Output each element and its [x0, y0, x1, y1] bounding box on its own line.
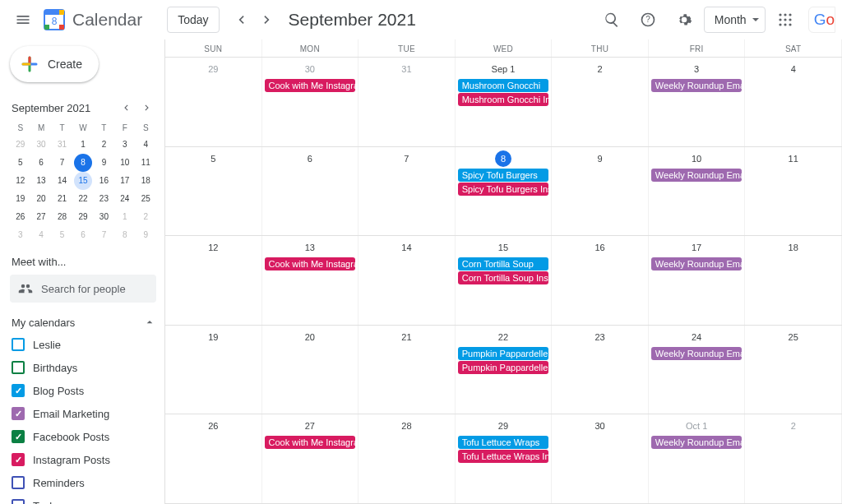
mini-day-cell[interactable]: 18	[136, 172, 155, 190]
mini-day-cell[interactable]: 31	[53, 136, 72, 154]
day-cell[interactable]: 21	[359, 326, 456, 414]
mini-day-cell[interactable]: 1	[116, 208, 134, 226]
mini-day-cell[interactable]: 24	[116, 190, 134, 208]
mini-day-cell[interactable]: 22	[74, 190, 92, 208]
calendar-checkbox[interactable]	[12, 361, 25, 374]
day-cell[interactable]: 7	[359, 147, 456, 236]
day-cell[interactable]: 25	[745, 326, 842, 414]
mini-day-cell[interactable]: 4	[136, 136, 155, 154]
calendar-toggle[interactable]: Tasks	[10, 495, 156, 504]
mini-day-cell[interactable]: 30	[32, 136, 50, 154]
day-cell[interactable]: 3Weekly Roundup Email	[649, 58, 746, 146]
day-cell[interactable]: 2	[745, 414, 842, 503]
mini-day-cell[interactable]: 9	[95, 154, 113, 172]
calendar-event[interactable]: Cook with Me Instagram	[265, 257, 356, 270]
mini-day-cell[interactable]: 7	[95, 226, 113, 244]
calendar-event[interactable]: Corn Tortilla Soup	[458, 257, 549, 270]
mini-day-cell[interactable]: 19	[12, 190, 30, 208]
day-cell[interactable]: 29Tofu Lettuce WrapsTofu Lettuce Wraps I…	[456, 414, 553, 503]
day-cell[interactable]: 30	[552, 414, 649, 503]
mini-day-cell[interactable]: 6	[74, 226, 92, 244]
mini-day-cell[interactable]: 25	[136, 190, 155, 208]
calendar-checkbox[interactable]	[12, 476, 25, 489]
day-cell[interactable]: 27Cook with Me Instagram	[262, 414, 359, 503]
mini-day-cell[interactable]: 30	[95, 208, 113, 226]
calendar-toggle[interactable]: Reminders	[10, 472, 156, 493]
mini-day-cell[interactable]: 11	[136, 154, 155, 172]
calendar-toggle[interactable]: Instagram Posts	[10, 449, 156, 470]
settings-button[interactable]	[668, 3, 701, 36]
calendar-event[interactable]: Spicy Tofu Burgers	[458, 169, 549, 182]
calendar-event[interactable]: Weekly Roundup Email	[651, 436, 743, 449]
day-cell[interactable]: 19	[165, 326, 262, 414]
day-cell[interactable]: 30Cook with Me Instagram	[262, 58, 359, 146]
day-cell[interactable]: 26	[165, 414, 262, 503]
search-people-input[interactable]: Search for people	[10, 275, 156, 303]
day-cell[interactable]: 31	[359, 58, 456, 146]
mini-day-cell[interactable]: 10	[116, 154, 134, 172]
calendar-toggle[interactable]: Blog Posts	[10, 380, 156, 401]
day-cell[interactable]: 11	[745, 147, 842, 236]
apps-launcher-button[interactable]	[769, 3, 802, 36]
day-cell[interactable]: 8Spicy Tofu BurgersSpicy Tofu Burgers In…	[456, 147, 553, 236]
day-cell[interactable]: 18	[745, 236, 842, 325]
mini-day-cell[interactable]: 15	[74, 172, 92, 190]
mini-day-cell[interactable]: 2	[136, 208, 155, 226]
mini-day-cell[interactable]: 12	[12, 172, 30, 190]
day-cell[interactable]: 5	[165, 147, 262, 236]
day-cell[interactable]: 23	[552, 326, 649, 414]
view-selector[interactable]: Month	[704, 7, 766, 33]
support-button[interactable]: ?	[632, 3, 664, 36]
day-cell[interactable]: 13Cook with Me Instagram	[262, 236, 359, 325]
day-cell[interactable]: 14	[359, 236, 456, 325]
mini-day-cell[interactable]: 29	[74, 208, 92, 226]
day-cell[interactable]: 6	[262, 147, 359, 236]
prev-month-button[interactable]	[229, 8, 252, 31]
calendar-event[interactable]: Tofu Lettuce Wraps	[458, 436, 549, 449]
day-cell[interactable]: 15Corn Tortilla SoupCorn Tortilla Soup I…	[456, 236, 553, 325]
calendar-toggle[interactable]: Birthdays	[10, 357, 156, 378]
mini-day-cell[interactable]: 6	[32, 154, 50, 172]
calendar-event[interactable]: Pumpkin Pappardelle	[458, 347, 549, 360]
calendar-toggle[interactable]: Facebook Posts	[10, 426, 156, 447]
mini-day-cell[interactable]: 14	[53, 172, 72, 190]
mini-day-cell[interactable]: 5	[53, 226, 72, 244]
calendar-event[interactable]: Weekly Roundup Email	[651, 169, 743, 182]
day-cell[interactable]: 12	[165, 236, 262, 325]
calendar-event[interactable]: Weekly Roundup Email	[651, 79, 743, 92]
create-button[interactable]: Create	[10, 46, 99, 82]
day-cell[interactable]: Oct 1Weekly Roundup Email	[649, 414, 746, 503]
calendar-event[interactable]: Corn Tortilla Soup Instag	[458, 271, 549, 284]
mini-day-cell[interactable]: 8	[74, 154, 92, 172]
mini-day-cell[interactable]: 16	[95, 172, 113, 190]
day-cell[interactable]: Sep 1Mushroom GnocchiMushroom Gnocchi In…	[456, 58, 553, 146]
calendar-checkbox[interactable]	[12, 407, 25, 420]
mini-day-cell[interactable]: 7	[53, 154, 72, 172]
calendar-event[interactable]: Pumpkin Pappardelle Ins	[458, 361, 549, 374]
mini-day-cell[interactable]: 17	[116, 172, 134, 190]
day-cell[interactable]: 24Weekly Roundup Email	[649, 326, 746, 414]
mini-day-cell[interactable]: 21	[53, 190, 72, 208]
mini-day-cell[interactable]: 29	[12, 136, 30, 154]
calendar-event[interactable]: Tofu Lettuce Wraps Insta	[458, 450, 549, 463]
calendar-checkbox[interactable]	[12, 453, 25, 466]
next-month-button[interactable]	[256, 8, 279, 31]
calendar-toggle[interactable]: Leslie	[10, 334, 156, 355]
calendar-checkbox[interactable]	[12, 499, 25, 504]
mini-day-cell[interactable]: 13	[32, 172, 50, 190]
day-cell[interactable]: 2	[552, 58, 649, 146]
calendar-event[interactable]: Weekly Roundup Email	[651, 347, 743, 360]
today-button[interactable]: Today	[167, 7, 219, 33]
calendar-checkbox[interactable]	[12, 384, 25, 397]
calendar-event[interactable]: Weekly Roundup Email	[651, 257, 743, 270]
day-cell[interactable]: 16	[552, 236, 649, 325]
day-cell[interactable]: 9	[552, 147, 649, 236]
mini-day-cell[interactable]: 8	[116, 226, 134, 244]
mini-next-button[interactable]	[138, 99, 156, 117]
calendar-event[interactable]: Mushroom Gnocchi	[458, 79, 549, 92]
mini-day-cell[interactable]: 28	[53, 208, 72, 226]
mini-day-cell[interactable]: 26	[12, 208, 30, 226]
day-cell[interactable]: 22Pumpkin PappardellePumpkin Pappardelle…	[456, 326, 553, 414]
mini-day-cell[interactable]: 2	[95, 136, 113, 154]
mini-prev-button[interactable]	[117, 99, 135, 117]
